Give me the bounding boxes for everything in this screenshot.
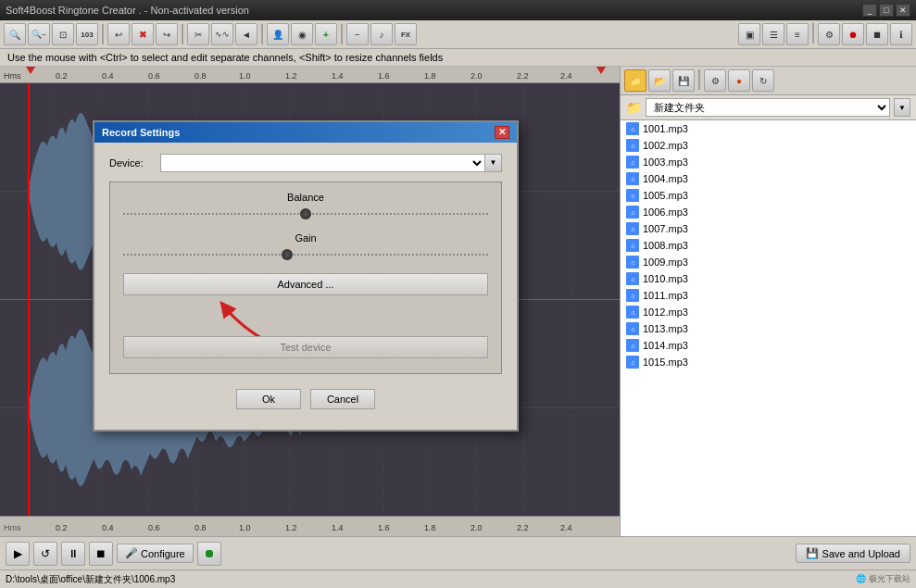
loop-button[interactable]: ↺ [33, 542, 57, 566]
record-green-button[interactable]: ⏺ [197, 542, 221, 566]
folder-select[interactable]: 新建文件夹 [646, 98, 890, 117]
back-button[interactable]: ◄ [235, 23, 257, 45]
zoom-in-button[interactable]: 🔍 [4, 23, 26, 45]
file-icon: ♫ [626, 172, 639, 185]
file-icon: ♫ [626, 206, 639, 219]
list-item[interactable]: ♫ 1008.mp3 [621, 237, 916, 254]
fx-button[interactable]: FX [395, 23, 417, 45]
zoom-number-button[interactable]: 103 [76, 23, 98, 45]
undo-button[interactable]: ↩ [107, 23, 130, 45]
advanced-button[interactable]: Advanced ... [123, 273, 488, 295]
gain-section: Gain [123, 232, 488, 262]
file-icon: ♫ [626, 256, 639, 269]
redo-button[interactable]: ↪ [156, 23, 178, 45]
waveform-area[interactable]: Hms 0.2 0.4 0.6 0.8 1.0 1.2 1.4 1.6 1.8 … [0, 67, 620, 536]
bottom-ruler: Hms 0.2 0.4 0.6 0.8 1.0 1.2 1.4 1.6 1.8 … [0, 516, 620, 536]
minimize-button[interactable]: _ [862, 4, 877, 17]
open-file-button[interactable]: 📂 [648, 69, 671, 92]
rp-refresh-button[interactable]: ↻ [752, 69, 774, 92]
info-button[interactable]: ℹ [890, 23, 912, 45]
list-item[interactable]: ♫ 1013.mp3 [621, 320, 916, 337]
folder-header: 📁 新建文件夹 ▼ [621, 95, 916, 120]
list-button[interactable]: ☰ [762, 23, 784, 45]
toolbar-sep-4 [341, 24, 343, 44]
list-item[interactable]: ♫ 1003.mp3 [621, 154, 916, 170]
device-dropdown-arrow[interactable]: ▼ [485, 154, 502, 172]
wave-button[interactable]: ∿∿ [211, 23, 233, 45]
save-file-button[interactable]: 💾 [672, 69, 695, 92]
speaker-button[interactable]: ♪ [370, 23, 393, 45]
stop-button[interactable]: ⏹ [866, 23, 888, 45]
list-item[interactable]: ♫ 1001.mp3 [621, 120, 916, 137]
dialog-footer: Ok Cancel [109, 380, 502, 419]
list-item[interactable]: ♫ 1009.mp3 [621, 254, 916, 270]
info-bar: Use the mouse with <Ctrl> to select and … [0, 49, 916, 67]
stop-button[interactable]: ⏹ [89, 542, 113, 566]
list-item[interactable]: ♫ 1007.mp3 [621, 220, 916, 237]
device-label: Device: [109, 157, 160, 169]
balance-thumb[interactable] [300, 208, 311, 219]
gain-slider[interactable] [123, 247, 488, 262]
mic-icon: 🎤 [125, 547, 138, 559]
ruler-hms: Hms [4, 71, 21, 81]
list-item[interactable]: ♫ 1005.mp3 [621, 187, 916, 204]
gain-thumb[interactable] [282, 249, 293, 260]
rp-settings-button[interactable]: ⚙ [704, 69, 726, 92]
gain-track [123, 254, 488, 256]
file-icon: ♫ [626, 356, 639, 369]
delete-button[interactable]: ✖ [132, 23, 154, 45]
status-bar: D:\tools\桌面\office\新建文件夹\1006.mp3 🌐 极光下载… [0, 569, 916, 588]
list-item[interactable]: ♫ 1012.mp3 [621, 304, 916, 320]
save-upload-button[interactable]: 💾 Save and Upload [796, 544, 910, 563]
close-button[interactable]: ✕ [896, 4, 910, 17]
lines-button[interactable]: ≡ [786, 23, 809, 45]
info-text: Use the mouse with <Ctrl> to select and … [7, 52, 443, 63]
list-item[interactable]: ♫ 1004.mp3 [621, 170, 916, 187]
balance-label: Balance [123, 192, 488, 203]
play-button[interactable]: ▶ [6, 542, 30, 566]
toolbar-sep-1 [102, 24, 104, 44]
folder-icon[interactable]: 📁 [624, 69, 646, 92]
inner-panel: Balance Gain [109, 181, 502, 374]
list-item[interactable]: ♫ 1002.mp3 [621, 137, 916, 154]
list-item[interactable]: ♫ 1015.mp3 [621, 354, 916, 370]
balance-slider[interactable] [123, 206, 488, 221]
list-item[interactable]: ♫ 1006.mp3 [621, 204, 916, 220]
rp-sep1 [698, 69, 700, 90]
device-select[interactable] [160, 154, 485, 172]
status-right: 🌐 极光下载站 [856, 573, 910, 585]
list-item[interactable]: ♫ 1011.mp3 [621, 287, 916, 304]
folder-dropdown-arrow[interactable]: ▼ [894, 98, 910, 117]
settings-button[interactable]: ⚙ [818, 23, 840, 45]
file-icon: ♫ [626, 156, 639, 169]
folder-icon-small: 📁 [626, 100, 642, 115]
content-area: Hms 0.2 0.4 0.6 0.8 1.0 1.2 1.4 1.6 1.8 … [0, 67, 916, 536]
cut-button[interactable]: ✂ [187, 23, 209, 45]
add-button[interactable]: + [315, 23, 337, 45]
file-icon: ♫ [626, 289, 639, 302]
configure-button[interactable]: 🎤 Configure [117, 544, 194, 563]
monitor-button[interactable]: ▣ [738, 23, 760, 45]
cancel-button[interactable]: Cancel [310, 389, 375, 409]
configure-label: Configure [141, 548, 185, 559]
file-list[interactable]: ♫ 1001.mp3 ♫ 1002.mp3 ♫ 1003.mp3 ♫ 1004.… [621, 120, 916, 536]
photo-button[interactable]: 👤 [267, 23, 289, 45]
pause-button[interactable]: ⏸ [61, 542, 85, 566]
list-item[interactable]: ♫ 1014.mp3 [621, 337, 916, 354]
gain-label: Gain [123, 232, 488, 244]
dialog-body: Device: ▼ Balance [94, 143, 517, 430]
dialog-close-button[interactable]: ✕ [495, 126, 509, 139]
test-device-button[interactable]: Test device [123, 336, 488, 358]
list-item[interactable]: ♫ 1010.mp3 [621, 270, 916, 287]
record-button[interactable]: ⏺ [842, 23, 864, 45]
ok-button[interactable]: Ok [236, 389, 301, 409]
zoom-fit-button[interactable]: ⊡ [52, 23, 74, 45]
maximize-button[interactable]: □ [879, 4, 894, 17]
mic-button[interactable]: ◉ [291, 23, 313, 45]
minus-button[interactable]: − [346, 23, 369, 45]
zoom-out-button[interactable]: 🔍− [28, 23, 50, 45]
toolbar-sep-3 [261, 24, 263, 44]
rp-circle-button[interactable]: ● [728, 69, 750, 92]
file-path: D:\tools\桌面\office\新建文件夹\1006.mp3 [6, 573, 175, 586]
arrow-area: Test device [123, 303, 488, 358]
